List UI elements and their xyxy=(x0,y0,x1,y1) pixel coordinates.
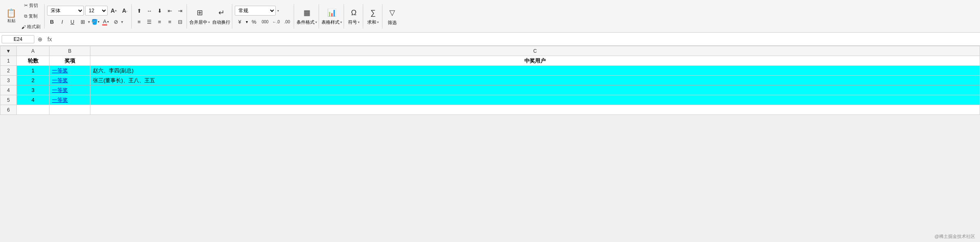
justify-button[interactable]: ⊟ xyxy=(175,17,185,27)
merge-icon-button[interactable]: ⊞ xyxy=(192,7,207,18)
indent-dec-button[interactable]: ⇤ xyxy=(165,6,175,16)
sum-group: ∑ 求和 ▾ xyxy=(364,4,382,29)
filter-button[interactable]: 筛选 xyxy=(388,19,397,26)
table-style-icon[interactable]: 📊 xyxy=(324,7,339,18)
col-header-b[interactable]: B xyxy=(49,46,90,56)
thousands-button[interactable]: 000 xyxy=(260,17,270,27)
paste-button[interactable]: 📋 粘贴 xyxy=(4,6,18,27)
symbol-label: 符号 xyxy=(348,19,357,25)
cell-a5[interactable]: 4 xyxy=(17,95,49,105)
cell-b6[interactable] xyxy=(49,105,90,115)
formula-input[interactable] xyxy=(55,35,978,43)
number-format-select[interactable]: 常规 xyxy=(235,6,276,16)
fill-color-dropdown[interactable]: ▾ xyxy=(98,20,99,24)
cell-b3[interactable]: 一等奖 xyxy=(49,76,90,85)
cut-button[interactable]: ✂ 剪切 xyxy=(19,1,43,11)
strikethrough-dropdown[interactable]: ▾ xyxy=(121,20,123,24)
cell-c4[interactable] xyxy=(90,85,980,95)
table-row: 1 轮数 奖项 中奖用户 xyxy=(0,56,980,66)
indent-inc-button[interactable]: ⇥ xyxy=(175,6,185,16)
percent-button[interactable]: % xyxy=(249,17,259,27)
table-style-group: 📊 表格样式 ▾ xyxy=(320,4,344,29)
decimal-inc-button[interactable]: ←.0 xyxy=(271,17,281,27)
fx-label: fx xyxy=(46,36,54,43)
wrap-icon-button[interactable]: ↵ xyxy=(214,7,229,18)
cell-b5[interactable]: 一等奖 xyxy=(49,95,90,105)
cond-format-icon[interactable]: ▦ xyxy=(299,7,314,18)
formula-bar: ⊕ fx xyxy=(0,33,980,46)
wrap-text-button[interactable]: 自动换行 xyxy=(212,19,230,25)
format-brush-icon: 🖌 xyxy=(21,25,26,29)
italic-button[interactable]: I xyxy=(57,17,67,27)
col-header-a[interactable]: A xyxy=(17,46,49,56)
sum-dropdown[interactable]: ▾ xyxy=(377,20,379,24)
cell-b1[interactable]: 奖项 xyxy=(49,56,90,66)
align-top-button[interactable]: ⬆ xyxy=(134,6,144,16)
cell-a4[interactable]: 3 xyxy=(17,85,49,95)
row-header-5[interactable]: 5 xyxy=(0,95,17,105)
row-header-3[interactable]: 3 xyxy=(0,76,17,85)
font-size-dec-button[interactable]: A- xyxy=(120,6,130,16)
alignment-group: ⬆ ↔ ⬇ ⇤ ⇥ ≡ ☰ ≡ ≡ ⊟ xyxy=(133,4,187,29)
zoom-icon: ⊕ xyxy=(36,36,44,43)
cond-format-button[interactable]: 条件格式 ▾ xyxy=(297,19,317,25)
merge-dropdown-arrow[interactable]: ▾ xyxy=(208,20,210,24)
copy-button[interactable]: ⧉ 复制 xyxy=(19,11,43,21)
border-dropdown[interactable]: ▾ xyxy=(88,20,90,24)
cell-c5[interactable] xyxy=(90,95,980,105)
corner-cell[interactable]: ▼ xyxy=(0,46,17,56)
row-header-1[interactable]: 1 xyxy=(0,56,17,66)
cell-a3[interactable]: 2 xyxy=(17,76,49,85)
cell-a1[interactable]: 轮数 xyxy=(17,56,49,66)
cell-b2[interactable]: 一等奖 xyxy=(49,66,90,76)
format-brush-button[interactable]: 🖌 格式刷 xyxy=(19,22,43,32)
currency-dropdown[interactable]: ▾ xyxy=(246,20,248,24)
distributed-button[interactable]: ≡ xyxy=(165,17,175,27)
cell-b4[interactable]: 一等奖 xyxy=(49,85,90,95)
fill-color-button[interactable]: 🪣 ▾ xyxy=(90,17,100,27)
col-header-c[interactable]: C xyxy=(90,46,980,56)
symbol-icon[interactable]: Ω xyxy=(346,7,361,18)
cond-format-dropdown[interactable]: ▾ xyxy=(315,20,317,24)
decimal-dec-button[interactable]: .00 xyxy=(282,17,292,27)
symbol-dropdown[interactable]: ▾ xyxy=(358,20,360,24)
sum-icon[interactable]: ∑ xyxy=(366,7,380,18)
cell-c3[interactable]: 张三(董事长)、王八、王五 xyxy=(90,76,980,85)
cell-c6[interactable] xyxy=(90,105,980,115)
font-family-select[interactable]: 宋体 xyxy=(47,6,84,16)
table-style-button[interactable]: 表格样式 ▾ xyxy=(321,19,342,25)
align-left-button[interactable]: ≡ xyxy=(134,17,144,27)
cell-reference-input[interactable] xyxy=(2,35,34,43)
strikethrough-button[interactable]: ⊘ xyxy=(111,17,121,27)
underline-button[interactable]: U xyxy=(67,17,77,27)
currency-button[interactable]: ¥ xyxy=(235,17,245,27)
sum-button[interactable]: 求和 ▾ xyxy=(367,19,379,25)
font-size-inc-button[interactable]: A+ xyxy=(109,6,119,16)
cell-c2[interactable]: 赵六、李四(副总) xyxy=(90,66,980,76)
cell-a2[interactable]: 1 xyxy=(17,66,49,76)
sheet-table: ▼ A B C 1 轮数 奖项 中奖用户 2 1 一等奖 赵六、李四(副总) xyxy=(0,46,980,115)
filter-icon[interactable]: ▽ xyxy=(385,7,400,18)
merge-center-button[interactable]: 合并居中 ▾ xyxy=(189,19,210,25)
spreadsheet: ▼ A B C 1 轮数 奖项 中奖用户 2 1 一等奖 赵六、李四(副总) xyxy=(0,46,980,115)
bold-button[interactable]: B xyxy=(47,17,57,27)
font-color-dropdown[interactable]: ▾ xyxy=(107,20,109,24)
filter-group: ▽ 筛选 xyxy=(383,4,401,29)
table-style-label: 表格样式 xyxy=(321,19,339,25)
border-button[interactable]: ⊞ xyxy=(78,17,88,27)
symbol-button[interactable]: 符号 ▾ xyxy=(348,19,360,25)
row-header-2[interactable]: 2 xyxy=(0,66,17,76)
row-header-4[interactable]: 4 xyxy=(0,85,17,95)
table-style-dropdown[interactable]: ▾ xyxy=(340,20,342,24)
align-bottom-button[interactable]: ⬇ xyxy=(155,6,164,16)
row-header-6[interactable]: 6 xyxy=(0,105,17,115)
number-format-dropdown[interactable]: ▾ xyxy=(277,9,279,13)
cell-a6[interactable] xyxy=(17,105,49,115)
font-size-select[interactable]: 12 xyxy=(85,6,108,16)
font-color-button[interactable]: A ▾ xyxy=(101,17,110,27)
align-center-button[interactable]: ☰ xyxy=(144,17,154,27)
cell-c1[interactable]: 中奖用户 xyxy=(90,56,980,66)
align-right-button[interactable]: ≡ xyxy=(155,17,164,27)
cond-format-label: 条件格式 xyxy=(297,19,315,25)
align-middle-button[interactable]: ↔ xyxy=(144,6,154,16)
